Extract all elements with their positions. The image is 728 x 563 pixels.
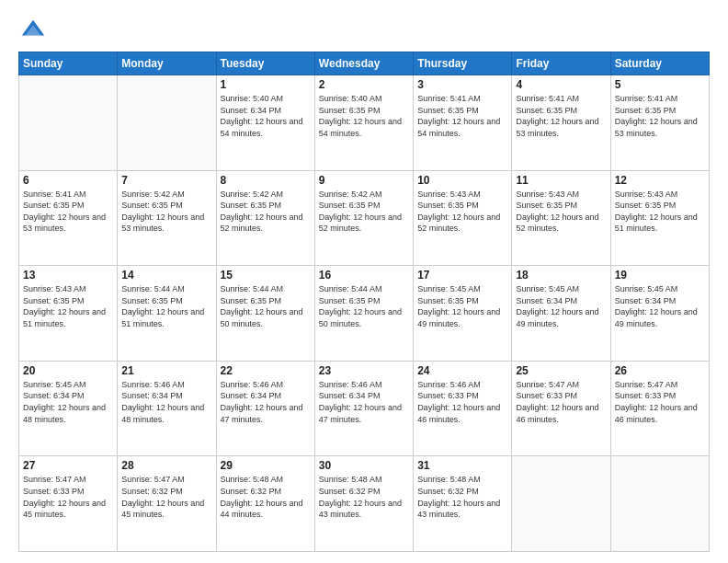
cell-sun-info: Sunrise: 5:42 AMSunset: 6:35 PMDaylight:… xyxy=(319,189,409,235)
calendar-cell: 19Sunrise: 5:45 AMSunset: 6:34 PMDayligh… xyxy=(610,266,709,362)
calendar-cell: 20Sunrise: 5:45 AMSunset: 6:34 PMDayligh… xyxy=(19,361,118,456)
day-number: 7 xyxy=(121,174,211,187)
calendar-cell: 15Sunrise: 5:44 AMSunset: 6:35 PMDayligh… xyxy=(216,266,314,362)
calendar-week-row: 13Sunrise: 5:43 AMSunset: 6:35 PMDayligh… xyxy=(19,266,710,362)
cell-sun-info: Sunrise: 5:45 AMSunset: 6:34 PMDaylight:… xyxy=(516,283,606,329)
cell-sun-info: Sunrise: 5:41 AMSunset: 6:35 PMDaylight:… xyxy=(23,189,113,235)
day-number: 16 xyxy=(319,269,409,282)
cell-sun-info: Sunrise: 5:41 AMSunset: 6:35 PMDaylight:… xyxy=(516,93,606,139)
calendar-cell: 31Sunrise: 5:48 AMSunset: 6:32 PMDayligh… xyxy=(414,456,512,552)
cell-sun-info: Sunrise: 5:41 AMSunset: 6:35 PMDaylight:… xyxy=(417,93,507,139)
calendar-cell: 7Sunrise: 5:42 AMSunset: 6:35 PMDaylight… xyxy=(118,170,216,266)
calendar-cell: 12Sunrise: 5:43 AMSunset: 6:35 PMDayligh… xyxy=(610,170,709,266)
day-number: 15 xyxy=(221,269,311,282)
calendar-cell: 17Sunrise: 5:45 AMSunset: 6:35 PMDayligh… xyxy=(414,266,512,362)
calendar-cell xyxy=(19,75,118,171)
cell-sun-info: Sunrise: 5:47 AMSunset: 6:33 PMDaylight:… xyxy=(615,379,705,425)
cell-sun-info: Sunrise: 5:43 AMSunset: 6:35 PMDaylight:… xyxy=(417,189,507,235)
calendar-cell: 21Sunrise: 5:46 AMSunset: 6:34 PMDayligh… xyxy=(118,361,216,456)
day-header: Monday xyxy=(118,52,216,75)
cell-sun-info: Sunrise: 5:44 AMSunset: 6:35 PMDaylight:… xyxy=(319,283,409,329)
cell-sun-info: Sunrise: 5:44 AMSunset: 6:35 PMDaylight:… xyxy=(121,283,211,329)
calendar-week-row: 20Sunrise: 5:45 AMSunset: 6:34 PMDayligh… xyxy=(19,361,710,456)
day-number: 13 xyxy=(23,269,113,282)
day-number: 17 xyxy=(417,269,507,282)
cell-sun-info: Sunrise: 5:44 AMSunset: 6:35 PMDaylight:… xyxy=(221,283,311,329)
calendar-cell: 16Sunrise: 5:44 AMSunset: 6:35 PMDayligh… xyxy=(314,266,413,362)
day-header: Thursday xyxy=(414,52,512,75)
calendar-cell: 29Sunrise: 5:48 AMSunset: 6:32 PMDayligh… xyxy=(216,456,314,552)
calendar-cell: 13Sunrise: 5:43 AMSunset: 6:35 PMDayligh… xyxy=(19,266,118,362)
calendar-cell: 2Sunrise: 5:40 AMSunset: 6:35 PMDaylight… xyxy=(314,75,413,171)
calendar-cell: 8Sunrise: 5:42 AMSunset: 6:35 PMDaylight… xyxy=(216,170,314,266)
day-header: Wednesday xyxy=(314,52,413,75)
day-number: 25 xyxy=(516,364,606,377)
cell-sun-info: Sunrise: 5:48 AMSunset: 6:32 PMDaylight:… xyxy=(221,474,311,520)
cell-sun-info: Sunrise: 5:46 AMSunset: 6:34 PMDaylight:… xyxy=(221,379,311,425)
day-number: 3 xyxy=(417,78,507,91)
day-number: 6 xyxy=(23,174,113,187)
cell-sun-info: Sunrise: 5:43 AMSunset: 6:35 PMDaylight:… xyxy=(23,283,113,329)
calendar-cell: 30Sunrise: 5:48 AMSunset: 6:32 PMDayligh… xyxy=(314,456,413,552)
day-number: 5 xyxy=(615,78,705,91)
day-number: 19 xyxy=(615,269,705,282)
page: SundayMondayTuesdayWednesdayThursdayFrid… xyxy=(0,0,728,563)
day-number: 14 xyxy=(121,269,211,282)
day-number: 18 xyxy=(516,269,606,282)
cell-sun-info: Sunrise: 5:46 AMSunset: 6:33 PMDaylight:… xyxy=(417,379,507,425)
calendar-cell: 5Sunrise: 5:41 AMSunset: 6:35 PMDaylight… xyxy=(610,75,709,171)
day-header: Sunday xyxy=(19,52,118,75)
cell-sun-info: Sunrise: 5:47 AMSunset: 6:33 PMDaylight:… xyxy=(516,379,606,425)
cell-sun-info: Sunrise: 5:42 AMSunset: 6:35 PMDaylight:… xyxy=(221,189,311,235)
calendar-cell: 4Sunrise: 5:41 AMSunset: 6:35 PMDaylight… xyxy=(512,75,610,171)
calendar-cell: 24Sunrise: 5:46 AMSunset: 6:33 PMDayligh… xyxy=(414,361,512,456)
day-number: 12 xyxy=(615,174,705,187)
calendar-cell xyxy=(118,75,216,171)
day-number: 10 xyxy=(417,174,507,187)
day-number: 20 xyxy=(23,364,113,377)
day-number: 11 xyxy=(516,174,606,187)
cell-sun-info: Sunrise: 5:45 AMSunset: 6:34 PMDaylight:… xyxy=(23,379,113,425)
day-number: 1 xyxy=(221,78,311,91)
calendar-cell: 9Sunrise: 5:42 AMSunset: 6:35 PMDaylight… xyxy=(314,170,413,266)
day-number: 31 xyxy=(417,459,507,472)
calendar-week-row: 1Sunrise: 5:40 AMSunset: 6:34 PMDaylight… xyxy=(19,75,710,171)
cell-sun-info: Sunrise: 5:48 AMSunset: 6:32 PMDaylight:… xyxy=(417,474,507,520)
calendar-week-row: 6Sunrise: 5:41 AMSunset: 6:35 PMDaylight… xyxy=(19,170,710,266)
day-number: 27 xyxy=(23,459,113,472)
day-number: 2 xyxy=(319,78,409,91)
cell-sun-info: Sunrise: 5:41 AMSunset: 6:35 PMDaylight:… xyxy=(615,93,705,139)
cell-sun-info: Sunrise: 5:46 AMSunset: 6:34 PMDaylight:… xyxy=(121,379,211,425)
header xyxy=(18,17,710,42)
day-header: Tuesday xyxy=(216,52,314,75)
cell-sun-info: Sunrise: 5:40 AMSunset: 6:34 PMDaylight:… xyxy=(221,93,311,139)
logo xyxy=(18,17,50,42)
calendar-cell: 14Sunrise: 5:44 AMSunset: 6:35 PMDayligh… xyxy=(118,266,216,362)
cell-sun-info: Sunrise: 5:42 AMSunset: 6:35 PMDaylight:… xyxy=(121,189,211,235)
cell-sun-info: Sunrise: 5:40 AMSunset: 6:35 PMDaylight:… xyxy=(319,93,409,139)
cell-sun-info: Sunrise: 5:46 AMSunset: 6:34 PMDaylight:… xyxy=(319,379,409,425)
day-number: 26 xyxy=(615,364,705,377)
cell-sun-info: Sunrise: 5:48 AMSunset: 6:32 PMDaylight:… xyxy=(319,474,409,520)
header-row: SundayMondayTuesdayWednesdayThursdayFrid… xyxy=(19,52,710,75)
day-number: 9 xyxy=(319,174,409,187)
calendar-cell: 26Sunrise: 5:47 AMSunset: 6:33 PMDayligh… xyxy=(610,361,709,456)
calendar-cell: 22Sunrise: 5:46 AMSunset: 6:34 PMDayligh… xyxy=(216,361,314,456)
cell-sun-info: Sunrise: 5:47 AMSunset: 6:33 PMDaylight:… xyxy=(23,474,113,520)
calendar-cell: 3Sunrise: 5:41 AMSunset: 6:35 PMDaylight… xyxy=(414,75,512,171)
cell-sun-info: Sunrise: 5:45 AMSunset: 6:35 PMDaylight:… xyxy=(417,283,507,329)
day-number: 23 xyxy=(319,364,409,377)
calendar-cell xyxy=(610,456,709,552)
day-number: 21 xyxy=(121,364,211,377)
day-number: 24 xyxy=(417,364,507,377)
calendar-cell: 6Sunrise: 5:41 AMSunset: 6:35 PMDaylight… xyxy=(19,170,118,266)
calendar-cell: 18Sunrise: 5:45 AMSunset: 6:34 PMDayligh… xyxy=(512,266,610,362)
calendar-cell: 27Sunrise: 5:47 AMSunset: 6:33 PMDayligh… xyxy=(19,456,118,552)
calendar-cell: 23Sunrise: 5:46 AMSunset: 6:34 PMDayligh… xyxy=(314,361,413,456)
day-number: 4 xyxy=(516,78,606,91)
calendar-cell: 10Sunrise: 5:43 AMSunset: 6:35 PMDayligh… xyxy=(414,170,512,266)
cell-sun-info: Sunrise: 5:43 AMSunset: 6:35 PMDaylight:… xyxy=(615,189,705,235)
day-number: 30 xyxy=(319,459,409,472)
calendar-cell: 28Sunrise: 5:47 AMSunset: 6:32 PMDayligh… xyxy=(118,456,216,552)
calendar-cell xyxy=(512,456,610,552)
